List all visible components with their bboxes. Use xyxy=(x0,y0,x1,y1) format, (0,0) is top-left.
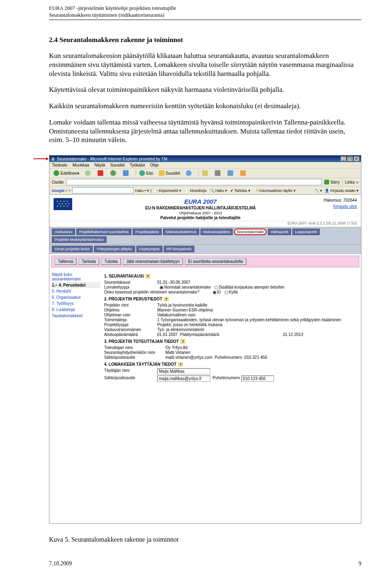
minimize-button[interactable]: _ xyxy=(341,156,346,161)
eura-header: EURA 2007 EU:N RAKENNERAHASTOJEN HALLINT… xyxy=(49,195,361,221)
eura-subtitle: EU:N RAKENNERAHASTOJEN HALLINTAJÄRJESTEL… xyxy=(77,206,324,210)
forward-button[interactable] xyxy=(83,170,94,176)
address-input[interactable] xyxy=(66,179,322,185)
messenger-button[interactable] xyxy=(238,170,249,176)
osio-value: Valtakunnallinen osio xyxy=(157,313,359,317)
no-activities-button[interactable]: Ei suoritteita seurantakaudella xyxy=(185,258,246,265)
submit-button[interactable]: Jätä viranomaisen käsittelyyn xyxy=(123,258,183,265)
nav-valiraportti[interactable]: Väliraportti xyxy=(268,229,291,235)
side-7[interactable]: 7. Työllisyys xyxy=(52,300,101,307)
vv-label: Vastuuviranomainen xyxy=(104,327,157,332)
menu-file[interactable]: Tiedosto xyxy=(52,163,67,167)
side-1-4[interactable]: 1.– 4. Perustiedot xyxy=(52,282,101,288)
nav-rr[interactable]: RR-tietopalvelu xyxy=(164,246,195,252)
nav-maksu[interactable]: Maksatushakemus xyxy=(163,229,199,235)
help-icon[interactable]: ? xyxy=(145,274,150,278)
go-button[interactable]: Siirry xyxy=(324,180,340,185)
eura-app-name: EURA 2007 xyxy=(77,198,324,205)
history-icon xyxy=(186,170,192,176)
nav-hakemus[interactable]: Projektihakemus/-suunnitelma xyxy=(76,229,131,235)
favorites-button[interactable]: Suosikit xyxy=(157,170,182,176)
ie-page-icon: 🗎 xyxy=(51,157,55,161)
back-icon xyxy=(53,170,59,176)
help-icon[interactable]: ? xyxy=(178,362,183,367)
links-label[interactable]: Links xyxy=(345,180,354,185)
google-settings-icon[interactable]: 🔧 ▾ xyxy=(315,189,323,193)
nav-loppuraportti[interactable]: Loppuraportti xyxy=(292,229,320,235)
forward-icon xyxy=(85,170,91,176)
close-button[interactable]: ✕ xyxy=(354,156,359,161)
ie-menubar: Tiedosto Muokkaa Näytä Suosikit Työkalut… xyxy=(49,162,361,169)
menu-favorites[interactable]: Suosikit xyxy=(110,163,125,167)
mail-button[interactable] xyxy=(200,170,211,176)
section-title: 2.4 Seurantalomakkeen rakenne ja toiminn… xyxy=(49,36,361,44)
callout-arrow xyxy=(33,158,48,159)
paragraph-4: Lomake voidaan tallentaa missä vaiheessa… xyxy=(49,118,361,145)
help-icon[interactable]: ? xyxy=(180,339,185,344)
print-button[interactable] xyxy=(213,170,223,176)
maximize-button[interactable]: ❐ xyxy=(347,156,353,161)
section-3-heading: 3. PROJEKTIN TOTEUTTAJAN TIEDOT? xyxy=(104,339,359,344)
filler-name-input[interactable]: Maija Mallikas xyxy=(157,368,210,374)
vv-value: Työ- ja elinkeinoministeriö xyxy=(157,327,359,332)
side-8[interactable]: 8. Lisätietoja xyxy=(52,307,101,313)
radio-kylla[interactable] xyxy=(225,291,228,294)
google-search-input[interactable] xyxy=(72,187,134,193)
save-button[interactable]: Tallenna xyxy=(55,258,76,265)
filler-phone-input[interactable]: 010 123 456 xyxy=(241,376,274,382)
google-search-link[interactable]: 🔍 Haku ▾ xyxy=(210,189,227,193)
menu-view[interactable]: Näytä xyxy=(94,163,105,167)
radio-korjauksia[interactable] xyxy=(214,286,218,289)
refresh-button[interactable] xyxy=(109,170,119,176)
print-button[interactable]: Tulosta xyxy=(101,258,121,265)
side-5[interactable]: 5. Henkilöt xyxy=(52,288,101,294)
home-button[interactable] xyxy=(121,170,131,176)
pt-label: Projektityyppi xyxy=(104,322,157,327)
screenshot-frame: 🗎 Seurantalomake - Microsoft Internet Ex… xyxy=(49,155,361,524)
help-icon[interactable]: ? xyxy=(164,297,169,301)
stop-button[interactable] xyxy=(96,170,106,176)
history-button[interactable] xyxy=(184,170,194,176)
google-search-button[interactable]: Haku • ▾ xyxy=(135,189,149,193)
menu-tools[interactable]: Työkalut xyxy=(130,163,145,167)
side-tausta[interactable]: Taustalomakkeet xyxy=(52,313,101,319)
nav-aloitus[interactable]: Aloitussivu xyxy=(52,229,75,235)
figure-caption: Kuva 5. Seurantalomakkeen rakenne ja toi… xyxy=(49,536,361,543)
nav-keskeytys[interactable]: Projektin keskeyttämisilmoitus xyxy=(52,236,107,243)
eura-period: Ohjelmakausi 2007 - 2013 xyxy=(77,211,324,215)
form-area: Näytä koko seurantalomake 1.– 4. Perusti… xyxy=(49,269,361,385)
filler-email-input[interactable]: maija.mallikas@yritys.fi xyxy=(157,376,210,382)
radio-ei[interactable] xyxy=(213,291,216,294)
logout-link[interactable]: Kirjaudu ulos xyxy=(333,204,357,209)
nav-kayttoohjeet[interactable]: Käyttöohjeet xyxy=(136,246,163,252)
google-check[interactable]: ✔ Tarkista ▾ xyxy=(230,189,250,193)
google-bookmarks[interactable]: 📑 Kirjanmerkit ▾ xyxy=(153,189,181,193)
side-6[interactable]: 6. Organisaatiot xyxy=(52,294,101,300)
search-button[interactable]: Etsi xyxy=(138,170,155,176)
back-button[interactable]: Edellinen ▾ xyxy=(52,170,81,176)
radio-normaali[interactable] xyxy=(160,286,163,289)
ohjelma-value: Manner-Suomen ESR-ohjelma xyxy=(157,308,359,312)
osio-label: Ohjelman osio xyxy=(104,313,157,317)
yhd-value: Matti Virtanen xyxy=(165,350,359,355)
puh-value: 010 321 456 xyxy=(245,355,267,360)
google-notes[interactable]: 📄 Muistilurja xyxy=(185,189,207,193)
google-signin[interactable]: 👤 Kirjaudu sisään ▾ xyxy=(325,189,359,193)
google-autofill[interactable]: 📝 Automaattinen täyttö ▾ xyxy=(254,189,296,193)
alku-label: Aloituspäivämäärä xyxy=(104,332,157,337)
nav-paatos[interactable]: Projektipäätös xyxy=(133,229,162,235)
edit-button[interactable] xyxy=(226,170,236,176)
yhd-label: Seurantayhdyshenkilön nimi xyxy=(104,350,165,355)
menu-edit[interactable]: Muokkaa xyxy=(73,163,89,167)
check-button[interactable]: Tarkista xyxy=(78,258,99,265)
window-title: Seurantalomake - Microsoft Internet Expl… xyxy=(57,157,167,161)
nav-oman[interactable]: Oman projektin tiedot xyxy=(52,246,93,252)
menu-help[interactable]: Ohje xyxy=(150,163,159,167)
nav-maksupaatos[interactable]: Maksatuspäätös xyxy=(200,229,233,235)
section-1-heading: 1. SEURANTAKAUSI? xyxy=(104,274,359,278)
nav-seuranta[interactable]: Seurantalomake xyxy=(234,229,267,235)
nav-yhteys[interactable]: Yhteystietojen ylläpito xyxy=(94,246,135,252)
refresh-icon xyxy=(110,170,116,176)
loppu-label: Päättymispäivämäärä xyxy=(180,332,219,337)
side-show-all[interactable]: Näytä koko seurantalomake xyxy=(52,271,101,282)
